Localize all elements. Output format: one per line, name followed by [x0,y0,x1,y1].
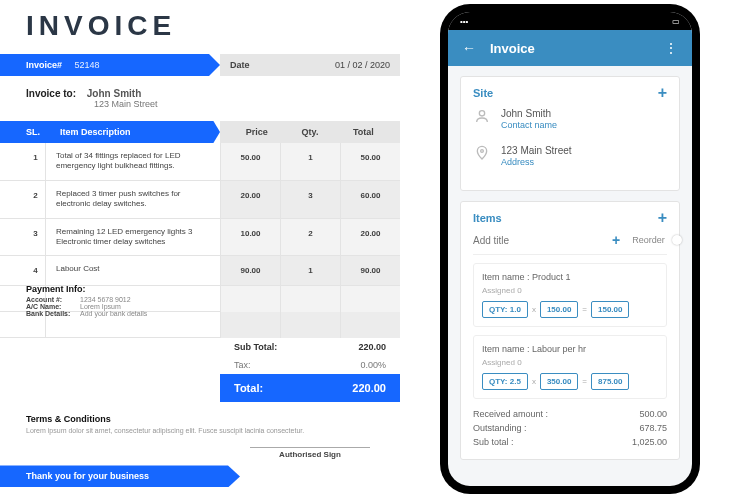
invoice-to: Invoice to: John Smith 123 Main Street [0,76,400,121]
site-address-sub[interactable]: Address [501,157,534,167]
amount-chip[interactable]: 150.00 [591,301,629,318]
items-label: Items [473,212,502,224]
invoice-title: INVOICE [0,10,400,42]
add-item-button[interactable]: + [658,212,667,224]
subtotal-line: Sub total :1,025.00 [473,435,667,449]
qty-chip[interactable]: QTY: 1.0 [482,301,528,318]
reorder-label: Reorder [632,235,665,245]
pin-icon [473,144,491,162]
invoice-document: INVOICE Invoice# 52148 Date 01 / 02 / 20… [0,0,400,494]
totals: Sub Total:220.00 Tax:0.00% Total:220.00 [220,338,400,402]
signal-icon: ••• [460,17,468,26]
outstanding-line: Outstanding :678.75 [473,421,667,435]
items-card: Items + + Reorder Item name : Product 1 … [460,201,680,460]
more-icon[interactable]: ⋮ [664,40,678,56]
item-row: Item name : Product 1 Assigned 0 QTY: 1.… [473,263,667,327]
site-contact-name: John Smith [501,107,557,120]
table-row: 4 Labour Cost 90.00 1 90.00 [0,256,400,286]
invoice-number-bar: Invoice# 52148 [0,54,220,76]
add-title-plus[interactable]: + [606,232,626,248]
qty-chip[interactable]: QTY: 2.5 [482,373,528,390]
add-title-input[interactable] [473,235,600,246]
signature-line: Authorised Sign [250,447,370,459]
table-header: SL. Item Description Price Qty. Total [0,121,400,143]
invoice-date-bar: Date 01 / 02 / 2020 [220,54,400,76]
table-row: 1 Total of 34 fittings replaced for LED … [0,143,400,181]
multiply-icon: x [532,377,536,386]
site-address: 123 Main Street [501,144,572,157]
multiply-icon: x [532,305,536,314]
payment-info: Payment Info: Account #:1234 5678 9012 A… [0,284,210,402]
thank-you-bar: Thank you for your business [0,465,240,487]
table-row: 2 Replaced 3 timer push switches for ele… [0,181,400,219]
back-icon[interactable]: ← [462,40,476,56]
item-row: Item name : Labour per hr Assigned 0 QTY… [473,335,667,399]
table-row: 3 Remaining 12 LED emergency lights 3 El… [0,219,400,257]
equals-icon: = [582,305,587,314]
svg-point-0 [479,111,484,116]
site-label: Site [473,87,493,99]
phone-frame: ••• ▭ ← Invoice ⋮ Site + [440,4,700,494]
site-card: Site + John Smith Contact name [460,76,680,191]
phone-status-bar: ••• ▭ [448,12,692,30]
site-contact-sub[interactable]: Contact name [501,120,557,130]
received-line: Received amount :500.00 [473,407,667,421]
rate-chip[interactable]: 150.00 [540,301,578,318]
appbar-title: Invoice [490,41,650,56]
app-bar: ← Invoice ⋮ [448,30,692,66]
person-icon [473,107,491,125]
battery-icon: ▭ [672,17,680,26]
rate-chip[interactable]: 350.00 [540,373,578,390]
svg-point-1 [481,149,484,152]
equals-icon: = [582,377,587,386]
terms: Terms & Conditions Lorem ipsum dolor sit… [0,402,400,435]
add-site-button[interactable]: + [658,87,667,99]
amount-chip[interactable]: 875.00 [591,373,629,390]
